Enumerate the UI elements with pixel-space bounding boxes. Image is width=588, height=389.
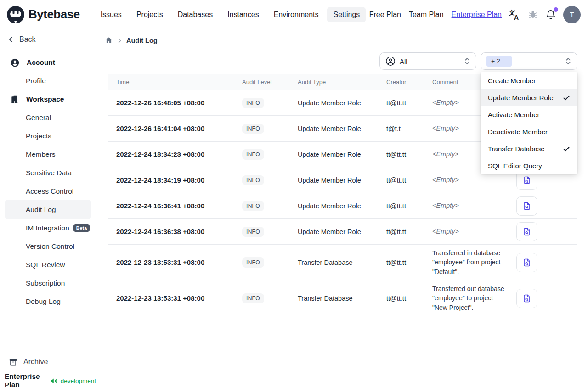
menu-item[interactable]: Deactivate Member — [481, 123, 577, 140]
nav-item[interactable]: Issues — [95, 7, 128, 22]
back-button[interactable]: Back — [0, 29, 96, 50]
menu-item[interactable]: Activate Member — [481, 106, 577, 123]
nav-item[interactable]: Databases — [172, 7, 219, 22]
notification-dot — [554, 7, 558, 12]
speaker-icon — [50, 377, 58, 385]
time-cell: 2022-12-24 16:36:38 +08:00 — [108, 228, 242, 235]
plan-link[interactable]: Enterprise Plan — [452, 11, 502, 19]
creator-filter-value: All — [400, 57, 407, 65]
plan-status-row: Enterprise Plan development — [0, 372, 96, 389]
file-search-icon — [522, 294, 531, 303]
archive-icon — [9, 358, 17, 366]
check-icon — [563, 145, 570, 153]
menu-item[interactable]: Transfer Database — [481, 140, 577, 157]
translate-icon[interactable]: 文 A — [509, 9, 520, 21]
sidebar-item[interactable]: Access Control — [0, 182, 96, 200]
top-right-cluster: Free Plan Team Plan Enterprise Plan 文 A — [369, 6, 581, 23]
filter-row: All + 2 ... — [108, 52, 577, 70]
creator-cell: tt@tt.tt — [386, 99, 432, 107]
time-cell: 2022-12-23 13:53:31 +08:00 — [108, 258, 242, 266]
file-search-icon — [522, 258, 531, 267]
action-cell — [514, 253, 577, 272]
menu-item[interactable]: SQL Editor Query — [481, 157, 577, 174]
table-row: 2022-12-24 16:36:41 +08:00 INFO Update M… — [108, 193, 577, 219]
sidebar-item[interactable]: SQL Review — [0, 256, 96, 274]
back-chevron-icon — [8, 36, 14, 43]
view-log-detail-button[interactable] — [516, 289, 537, 308]
creator-cell: t@t.t — [386, 125, 432, 132]
menu-item-label: Transfer Database — [488, 145, 545, 153]
sidebar-item[interactable]: IM Integration Beta — [0, 219, 96, 237]
comment-cell: Transferred out database "employee" to p… — [432, 284, 514, 312]
level-cell: INFO — [242, 293, 298, 303]
level-cell: INFO — [242, 175, 298, 185]
menu-item[interactable]: Create Member — [481, 72, 577, 89]
level-cell: INFO — [242, 124, 298, 134]
sidebar-item[interactable]: Subscription — [0, 274, 96, 292]
type-cell: Update Member Role — [298, 228, 386, 235]
info-badge: INFO — [242, 227, 264, 237]
nav-item[interactable]: Settings — [327, 7, 366, 22]
nav-item[interactable]: Projects — [130, 7, 169, 22]
plan-link[interactable]: Free Plan — [369, 11, 401, 19]
table-row: 2022-12-24 16:36:38 +08:00 INFO Update M… — [108, 219, 577, 245]
sidebar-item[interactable]: Audit Log — [5, 200, 91, 219]
home-icon[interactable] — [105, 36, 113, 45]
brand[interactable]: Bytebase — [6, 6, 80, 24]
current-plan-label: Enterprise Plan — [5, 372, 47, 389]
sidebar-item-label: Sensitive Data — [26, 169, 72, 177]
sidebar-item[interactable]: Debug Log — [0, 292, 96, 311]
bug-icon[interactable] — [527, 9, 538, 20]
creator-filter-select[interactable]: All — [379, 52, 476, 70]
bytebase-app: Bytebase Issues Projects Databases Insta… — [0, 0, 588, 389]
sidebar-item-label: Audit Log — [26, 206, 56, 214]
file-search-icon — [522, 201, 531, 211]
menu-item[interactable]: Update Member Role — [481, 89, 577, 106]
sidebar-item[interactable]: Projects — [0, 127, 96, 145]
menu-item-label: Activate Member — [488, 111, 540, 119]
sidebar-item-label: Members — [26, 150, 56, 159]
info-badge: INFO — [242, 201, 264, 211]
archive-button[interactable]: Archive — [0, 352, 96, 372]
sidebar-section-label: Account — [27, 58, 55, 67]
sidebar-item[interactable]: Version Control — [0, 237, 96, 256]
view-log-detail-button[interactable] — [516, 222, 537, 241]
archive-label: Archive — [23, 358, 48, 366]
type-cell: Transfer Database — [298, 259, 386, 266]
sidebar-item-label: SQL Review — [26, 261, 65, 269]
type-cell: Update Member Role — [298, 151, 386, 158]
sidebar-item[interactable]: Profile — [0, 72, 96, 90]
info-badge: INFO — [242, 98, 264, 108]
type-cell: Update Member Role — [298, 99, 386, 107]
sidebar-item[interactable]: Sensitive Data — [0, 164, 96, 182]
level-cell: INFO — [242, 98, 298, 108]
level-cell: INFO — [242, 227, 298, 237]
creator-cell: tt@tt.tt — [386, 295, 432, 302]
info-badge: INFO — [242, 257, 264, 268]
sidebar-nav: Account Profile — [0, 53, 96, 311]
bytebase-logo-icon — [6, 6, 25, 24]
check-icon — [563, 94, 570, 102]
sidebar-item[interactable]: Members — [0, 145, 96, 164]
plan-link[interactable]: Team Plan — [409, 11, 444, 19]
audit-type-filter-select[interactable]: + 2 ... — [481, 52, 577, 70]
creator-cell: tt@tt.tt — [386, 202, 432, 210]
view-log-detail-button[interactable] — [516, 253, 537, 272]
type-cell: Update Member Role — [298, 202, 386, 210]
column-header-level: Audit Level — [242, 79, 298, 86]
notifications-bell-icon[interactable] — [545, 9, 556, 20]
comment-cell: <Empty> — [432, 227, 514, 236]
info-badge: INFO — [242, 293, 264, 303]
nav-item[interactable]: Environments — [268, 7, 325, 22]
level-cell: INFO — [242, 149, 298, 160]
creator-cell: tt@tt.tt — [386, 259, 432, 266]
comment-cell: <Empty> — [432, 175, 514, 185]
nav-item[interactable]: Instances — [221, 7, 265, 22]
audit-type-dropdown-menu: Create Member Update Member Role Activat… — [481, 72, 577, 174]
time-cell: 2022-12-24 18:34:23 +08:00 — [108, 150, 242, 158]
environment-label: development — [61, 378, 96, 384]
sidebar-item[interactable]: General — [0, 109, 96, 127]
settings-sidebar: Back Account Profile — [0, 29, 96, 389]
avatar[interactable]: T — [563, 6, 581, 23]
view-log-detail-button[interactable] — [516, 196, 537, 216]
